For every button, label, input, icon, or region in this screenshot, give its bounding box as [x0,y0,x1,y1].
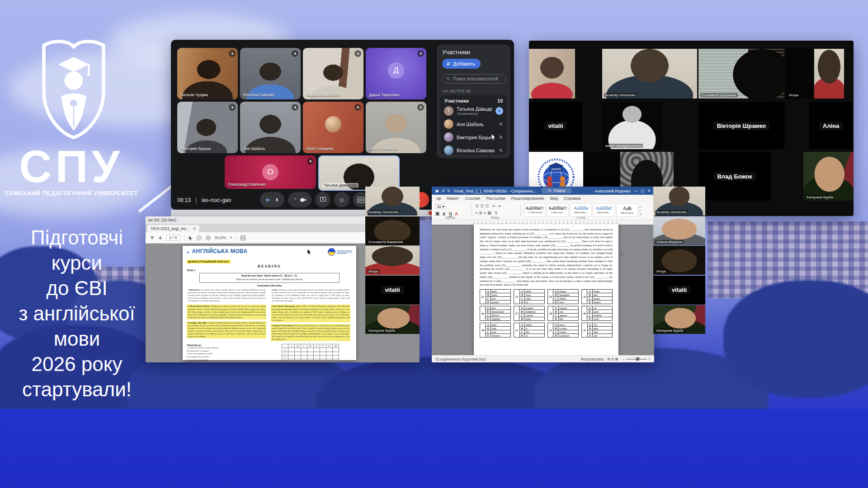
style-chip[interactable]: AabЗаголовок [616,203,638,217]
mic-off-icon [499,135,503,140]
zoom-out-icon[interactable] [197,235,202,240]
menu-tab[interactable]: Ссылки [465,196,480,201]
bold-button[interactable]: Ж [435,211,439,216]
strip-video-tile[interactable]: Игорь [653,246,705,275]
video-tile[interactable]: Аліна [809,102,853,149]
participant-row[interactable]: Виктория Буцька [440,131,507,144]
menu-tab[interactable]: Рецензирование [511,196,544,201]
page-up-icon[interactable] [150,235,154,240]
strip-video-tile[interactable]: Anatoliy Ishchenko [653,187,705,216]
video-tile[interactable]: Катерина Бурба [803,152,854,201]
align-buttons[interactable]: ≡≣≡▦ ¶ [475,211,499,215]
video-tile[interactable]: Luba Cheshenko [366,102,426,153]
emblem-text: ІННПП [552,168,561,171]
answer-grid: ABCDEFGH123456 [282,344,339,362]
participant-row[interactable]: Т Татьяна Давыдова (вы) Организатор [440,104,507,117]
zoom-in-icon[interactable] [206,235,211,240]
video-tile[interactable]: Д Дарья Тарасенко [366,48,426,99]
chevron-down-icon[interactable]: ▾ [230,236,232,239]
style-chip[interactable]: АаБбВвГг1 Обычный [524,203,546,217]
close-icon[interactable]: ✕ [647,189,651,193]
word-search-box[interactable]: Поиск [542,188,571,193]
reactions-button[interactable]: ☺ [334,192,349,207]
video-tile[interactable] [529,49,575,99]
video-tile[interactable]: Вікторія Шрамко [698,102,784,149]
strip-video-tile[interactable]: vitalii [365,276,420,305]
fit-width-icon[interactable] [241,235,245,240]
pdf-document-tab[interactable]: YEVI-2023_angl_mo... ✕ [147,225,199,232]
page-down-icon[interactable] [158,235,162,240]
video-tile[interactable]: Лариса Замотайло [303,48,363,99]
meet-window: Наталія Чуприк Віталіна Савкова Лариса З… [171,40,514,210]
video-tile[interactable] [814,49,844,99]
menu-tab[interactable]: Рассылки [486,196,505,201]
library-item: 2 Epos. In Norway, many small communitie… [271,288,350,303]
video-tile[interactable]: Влад Божок [698,152,771,201]
slogan-line: мови [0,326,158,352]
save-icon[interactable]: ▣ [435,189,439,193]
search-input[interactable]: Поиск пользователей [442,74,506,84]
style-chip[interactable]: АаБбВвГЗаголово... [593,203,615,217]
style-chip[interactable]: АаБбВвГг1 Без инт... [547,203,569,217]
emoji-icon: ☺ [339,196,345,203]
zoom-slider[interactable]: −+ [623,357,651,361]
zoom-level[interactable]: 34,5% [215,235,226,240]
strip-video-tile[interactable]: Катерина Бурба [653,305,705,334]
add-user-button[interactable]: Добавить [442,59,481,69]
task-label: Task 1 [187,268,352,272]
language-status[interactable]: (Соединенное Королевство) [435,357,486,361]
word-user-name: Анатолий Ищенко [594,188,630,193]
redo-icon[interactable]: ↻ [447,189,450,193]
mic-button[interactable] [260,192,284,207]
video-tile[interactable]: Виктория Буцька [177,102,238,153]
video-tile-active-speaker[interactable]: Татьяна Давыдова [318,155,400,191]
strip-video-tile[interactable]: Катерина Бурба [365,305,420,334]
word-title-bar[interactable]: ▣ ↺ ↻ Final_Test_(_)_0045+0025c - Сохран… [432,187,654,195]
tile-name-label: Лариса Замотайло [306,93,340,97]
video-tile[interactable]: О Олександр Єсипенко [225,155,316,189]
font-size-box[interactable]: 11 ▾ [435,204,446,209]
strip-video-tile[interactable]: Олена Морміль [653,216,705,245]
maximize-icon[interactable]: ▢ [641,189,645,193]
panel-title: Участники [442,49,470,56]
slogan-line: 2026 року [0,352,158,377]
list-buttons[interactable]: ☱☲☵ ⇤⇥ [475,204,502,208]
gapfill-text[interactable]: Whenever we read about the natural world… [480,228,613,287]
tile-name-label: vitalii [668,286,690,294]
video-tile[interactable]: марія шендрегоренко [602,102,662,149]
style-chip[interactable]: АаБбВвЗаголово... [570,203,592,217]
tile-name-label: Віталіна Савкова [243,93,274,97]
participant-row[interactable]: Віталіна Савкова [440,144,507,157]
menu-tab[interactable]: ор [436,196,441,201]
minimize-icon[interactable]: — [634,189,638,193]
tile-name-label: Игорь [788,93,800,97]
pdf-page[interactable]: » АНГЛІЙСЬКА МОВА ДЕМОНСТРАЦІЙНИЙ ВАРІАН… [183,246,356,360]
tab-close-icon[interactable]: ✕ [193,226,196,231]
video-tile[interactable]: Лілія Солнцева [303,102,363,153]
word-page[interactable]: Whenever we read about the natural world… [474,224,618,355]
strip-video-tile[interactable]: Anatoliy Ishchenko [365,187,420,216]
strip-video-tile[interactable]: Елизавета Баранник [365,216,420,245]
menu-tab[interactable]: Вид [550,196,558,201]
camera-button[interactable]: ⌃ [288,192,311,207]
page-indicator[interactable]: 2 / 6 [166,235,180,241]
strip-video-tile[interactable]: Игорь [365,246,420,275]
present-screen-button[interactable] [315,192,330,207]
participant-row[interactable]: Аня Шабаль [440,117,507,131]
video-tile[interactable]: Елизавета Баранник [698,49,784,99]
view-buttons[interactable]: ▤▥▦ [607,357,619,361]
menu-tab[interactable]: Справка [564,196,580,201]
video-tile[interactable]: Игорь [786,49,813,99]
video-tile[interactable]: Anatoliy Ishchenko [602,49,697,99]
styles-scroll[interactable]: ▴▾☰ [639,203,642,217]
focus-mode-label[interactable]: Фокусировка [580,357,604,361]
menu-tab[interactable]: Макет [447,196,459,201]
undo-icon[interactable]: ↺ [442,189,445,193]
answer-tables: 12AmadeBgivenCtoldDgranted13AmuchBoftenC… [480,289,613,338]
video-tile[interactable]: vitalii [529,102,582,149]
video-tile[interactable]: Віталіна Савкова [240,48,301,99]
select-tool-icon[interactable] [189,235,193,240]
video-tile[interactable]: Аня Шабаль [240,102,301,153]
video-tile[interactable]: Наталія Чуприк [177,48,238,99]
strip-video-tile[interactable]: vitalii [653,276,705,305]
